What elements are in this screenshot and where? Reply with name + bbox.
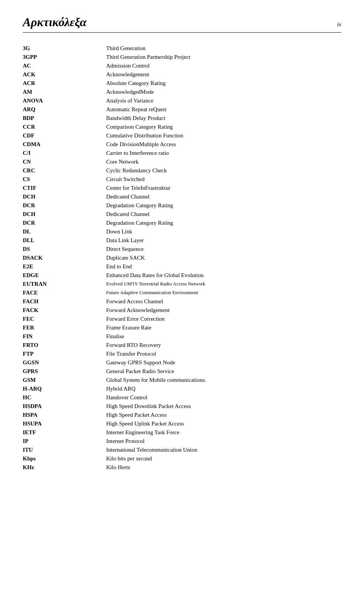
list-item: HSDPAHigh Speed Downlink Packet Access <box>23 402 341 411</box>
abbr-definition: Center for TeleInFrastruktur <box>106 184 341 192</box>
abbr-term: CN <box>23 158 106 166</box>
list-item: HCHandover Control <box>23 393 341 402</box>
abbr-term: FEC <box>23 315 106 323</box>
abbr-definition: Kilo Hertz <box>106 463 341 472</box>
abbr-definition: Code DivisionMultiple Access <box>106 140 341 149</box>
list-item: DSACKDuplicate SACK <box>23 254 341 262</box>
abbr-term: DCR <box>23 201 106 210</box>
abbr-term: BDP <box>23 114 106 123</box>
page-title: Αρκτικόλεξα <box>23 15 86 29</box>
list-item: AMAcknowledgedMode <box>23 88 341 96</box>
list-item: DLLData Link Layer <box>23 236 341 245</box>
abbr-definition: Cyclic Redundancy Check <box>106 166 341 175</box>
abbr-term: DL <box>23 227 106 236</box>
list-item: DCHDedicated Channel <box>23 192 341 201</box>
list-item: FACHForward Access Channel <box>23 297 341 306</box>
list-item: ARQAutomatic Repeat reQuest <box>23 105 341 114</box>
list-item: IPInternet Protocol <box>23 437 341 446</box>
abbr-definition: Data Link Layer <box>106 236 341 245</box>
list-item: CDFCumulative Distribution Function <box>23 131 341 140</box>
list-item: CTIFCenter for TeleInFrastruktur <box>23 184 341 192</box>
abbr-definition: File Transfer Protocol <box>106 350 341 358</box>
list-item: EDGEEnhanced Data Rates for Global Evolu… <box>23 271 341 280</box>
list-item: 3GThird Generation <box>23 44 341 53</box>
abbr-definition: Handover Control <box>106 393 341 402</box>
abbr-term: HSUPA <box>23 419 106 428</box>
abbr-definition: Gateway GPRS Support Node <box>106 358 341 367</box>
abbr-term: FACH <box>23 297 106 306</box>
list-item: FERFrame Erasure Rate <box>23 323 341 332</box>
abbr-definition: Internet Engineering Task Force <box>106 428 341 437</box>
list-item: BDPBandwidth Delay Product <box>23 114 341 123</box>
abbr-definition: Admission Control <box>106 61 341 70</box>
abbr-term: DCR <box>23 219 106 227</box>
abbr-definition: General Packet Radio Service <box>106 367 341 376</box>
abbr-definition: Duplicate SACK <box>106 254 341 262</box>
abbr-term: H-ARQ <box>23 384 106 393</box>
abbr-definition: Bandwidth Delay Product <box>106 114 341 123</box>
abbr-definition: Absolute Category Rating <box>106 79 341 88</box>
abbr-term: DCH <box>23 192 106 201</box>
page-number: ix <box>337 21 341 28</box>
list-item: HSPAHigh Speed Packet Access <box>23 411 341 419</box>
abbr-definition: Forward RTO Recovery <box>106 341 341 350</box>
list-item: CNCore Network <box>23 158 341 166</box>
abbr-definition: Degradation Category Rating <box>106 219 341 227</box>
list-item: CCRComparison Category Rating <box>23 123 341 131</box>
list-item: 3GPPThird Generation Partnership Project <box>23 53 341 61</box>
abbr-term: GGSN <box>23 358 106 367</box>
abbr-term: GPRS <box>23 367 106 376</box>
list-item: C/ICarrier to Interference ratio <box>23 149 341 158</box>
abbr-definition: High Speed Uplink Packet Access <box>106 419 341 428</box>
abbr-definition: Frame Erasure Rate <box>106 323 341 332</box>
list-item: GSMGlobal System for Mobile communicatio… <box>23 376 341 384</box>
list-item: ANOVAAnalysis of Variance <box>23 96 341 105</box>
abbr-definition: Evolved UMTS Terrestrial Radio Access Ne… <box>106 280 341 288</box>
abbr-definition: Analysis of Variance <box>106 96 341 105</box>
abbr-definition: Third Generation Partnership Project <box>106 53 341 61</box>
abbr-term: CCR <box>23 123 106 131</box>
list-item: E2EEnd to End <box>23 262 341 271</box>
abbr-definition: Enhanced Data Rates for Global Evolution <box>106 271 341 280</box>
abbr-term: CTIF <box>23 184 106 192</box>
abbr-definition: Down Link <box>106 227 341 236</box>
abbr-term: CDMA <box>23 140 106 149</box>
abbr-term: DSACK <box>23 254 106 262</box>
abbr-definition: Internet Protocol <box>106 437 341 446</box>
abbr-definition: End to End <box>106 262 341 271</box>
abbr-definition: AcknowledgedMode <box>106 88 341 96</box>
list-item: HSUPAHigh Speed Uplink Packet Access <box>23 419 341 428</box>
abbr-term: AC <box>23 61 106 70</box>
list-item: FRTOForward RTO Recovery <box>23 341 341 350</box>
abbr-definition: Finalise <box>106 332 341 341</box>
list-item: ITUInternational Telecommunication Union <box>23 446 341 454</box>
abbr-definition: Carrier to Interference ratio <box>106 149 341 158</box>
abbr-term: FACK <box>23 306 106 315</box>
list-item: H-ARQHybrid ARQ <box>23 384 341 393</box>
abbr-definition: Dedicated Channel <box>106 192 341 201</box>
abbr-term: 3GPP <box>23 53 106 61</box>
list-item: CSCircuit Switched <box>23 175 341 184</box>
abbr-term: HSPA <box>23 411 106 419</box>
abbr-term: EUTRAN <box>23 280 106 288</box>
abbr-definition: Acknowledgement <box>106 70 341 79</box>
list-item: DCRDegradation Category Rating <box>23 201 341 210</box>
abbr-term: 3G <box>23 44 106 53</box>
abbr-definition: Core Network <box>106 158 341 166</box>
abbr-definition: Forward Acknowledgement <box>106 306 341 315</box>
list-item: ACRAbsolute Category Rating <box>23 79 341 88</box>
abbr-term: DS <box>23 245 106 254</box>
abbr-definition: Hybrid ARQ <box>106 384 341 393</box>
list-item: GPRSGeneral Packet Radio Service <box>23 367 341 376</box>
abbr-term: FIN <box>23 332 106 341</box>
abbr-definition: International Telecommunication Union <box>106 446 341 454</box>
abbr-term: ARQ <box>23 105 106 114</box>
abbr-term: CDF <box>23 131 106 140</box>
abbr-definition: Cumulative Distribution Function <box>106 131 341 140</box>
abbr-definition: Future Adaptive Communication Environmen… <box>106 288 341 297</box>
abbr-term: ANOVA <box>23 96 106 105</box>
list-item: EUTRANEvolved UMTS Terrestrial Radio Acc… <box>23 280 341 288</box>
abbr-definition: Automatic Repeat reQuest <box>106 105 341 114</box>
list-item: FACEFuture Adaptive Communication Enviro… <box>23 288 341 297</box>
list-item: FACKForward Acknowledgement <box>23 306 341 315</box>
